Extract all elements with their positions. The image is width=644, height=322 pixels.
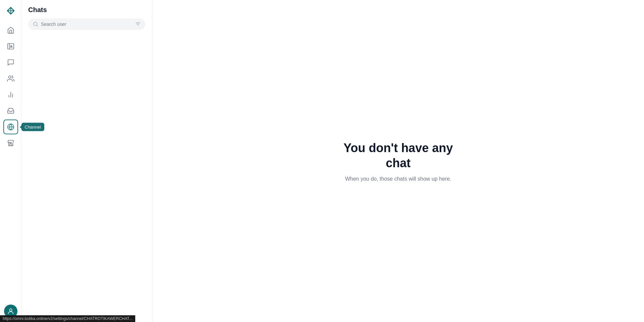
sidebar-item-contacts[interactable] [3, 39, 18, 54]
chat-panel-title: Chats [28, 6, 145, 14]
filter-icon[interactable] [135, 21, 141, 27]
sidebar-item-reports[interactable] [3, 87, 18, 102]
chat-panel-header: Chats [21, 0, 152, 34]
sidebar-item-inbox[interactable] [3, 103, 18, 118]
sidebar-item-home[interactable] [3, 23, 18, 38]
main-content: You don't have any chat When you do, tho… [152, 0, 644, 322]
empty-state-subtitle: When you do, those chats will show up he… [331, 176, 465, 182]
icon-sidebar: Channel [0, 0, 21, 322]
svg-rect-8 [10, 144, 12, 146]
search-input[interactable] [41, 21, 133, 27]
svg-point-9 [9, 309, 12, 311]
sidebar-item-team[interactable] [3, 71, 18, 86]
sidebar-item-chats[interactable] [3, 55, 18, 70]
status-bar: https://omni.botika.online/v2/settings/c… [0, 315, 135, 322]
chat-panel: Chats [21, 0, 152, 322]
search-icon [33, 21, 38, 27]
empty-state-title: You don't have any chat [331, 140, 465, 171]
svg-line-11 [37, 25, 38, 26]
sidebar-item-store[interactable] [3, 136, 18, 150]
svg-point-2 [8, 76, 11, 78]
search-bar [28, 18, 145, 30]
app-logo[interactable] [4, 4, 17, 17]
empty-state: You don't have any chat When you do, tho… [331, 140, 465, 182]
sidebar-item-channel[interactable]: Channel [3, 120, 18, 134]
